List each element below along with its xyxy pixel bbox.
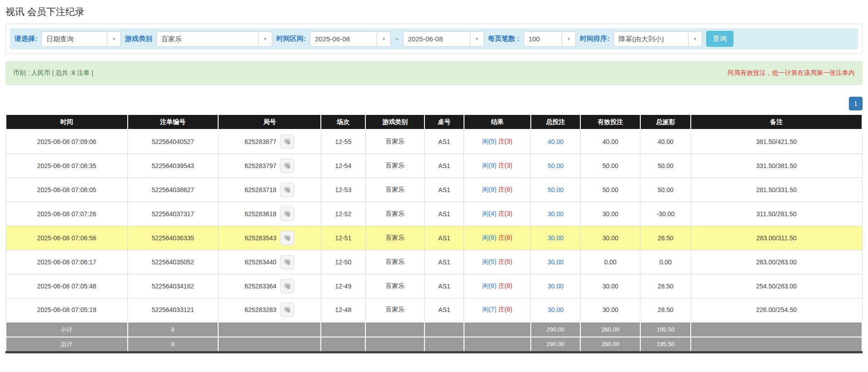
result-player: 闲(6) [482, 234, 496, 241]
cell-session: 12-55 [321, 129, 365, 154]
total-bet-link[interactable]: 30.00 [548, 283, 564, 290]
cell-game-type: 百家乐 [365, 202, 424, 226]
cell-note: 254.50/283.00 [691, 274, 862, 298]
result-banker: 庄(8) [498, 234, 512, 241]
cell-total-bet: 30.00 [531, 250, 580, 274]
result-player: 闲(7) [482, 306, 496, 313]
cell-game-type: 百家乐 [365, 298, 424, 322]
game-type-select[interactable]: 百家乐 ▼ [156, 31, 272, 47]
cell-table-number: AS1 [424, 274, 464, 298]
chevron-down-icon[interactable]: ▼ [562, 32, 575, 46]
round-number: 625283283 [244, 306, 276, 313]
cell-session: 12-51 [321, 226, 365, 250]
video-replay-button[interactable] [280, 183, 294, 197]
cell-total-bet: 50.00 [531, 178, 580, 202]
cell-result: 闲(9) 庄(3) [464, 154, 531, 178]
search-button[interactable]: 查询 [706, 31, 733, 47]
table-row: 2025-06-08 07:06:17 522564035052 6252834… [6, 250, 862, 274]
video-replay-button[interactable] [280, 255, 294, 269]
cell-note: 311.50/281.50 [691, 202, 862, 226]
chevron-down-icon[interactable]: ▼ [107, 32, 120, 46]
result-banker: 庄(6) [498, 186, 512, 193]
column-header: 注单编号 [128, 114, 219, 129]
time-range-label: 时间区间: [276, 35, 306, 43]
cell-round: 625283718 [218, 178, 321, 202]
grand-total-row: 总计 8 290.00 260.00 195.50 [6, 337, 862, 352]
cell-payout: 28.50 [640, 298, 691, 322]
film-video-icon [283, 258, 291, 266]
video-replay-button[interactable] [280, 207, 294, 221]
filter-bar: 请选择: 日期查询 ▼ 游戏类别 百家乐 ▼ 时间区间: 2025-06-08 … [10, 28, 858, 50]
date-range-separator: ~ [395, 35, 399, 43]
cell-time: 2025-06-08 07:08:35 [6, 154, 128, 178]
date-to-select[interactable]: 2025-06-08 ▼ [403, 31, 484, 47]
chevron-down-icon[interactable]: ▼ [258, 32, 272, 46]
column-header: 时间 [6, 114, 128, 129]
page-title: 视讯 会员下注纪录 [5, 5, 868, 18]
date-to-value: 2025-06-08 [404, 32, 470, 46]
video-replay-button[interactable] [280, 134, 294, 149]
result-banker: 庄(3) [498, 138, 512, 145]
select-type-label: 请选择: [15, 35, 37, 43]
video-replay-button[interactable] [280, 159, 294, 173]
result-banker: 庄(5) [498, 258, 512, 265]
date-from-select[interactable]: 2025-06-08 ▼ [310, 31, 391, 47]
cell-payout: 50.00 [640, 178, 691, 202]
cell-round: 625283364 [218, 274, 321, 298]
cell-game-type: 百家乐 [365, 129, 424, 154]
film-video-icon [283, 186, 291, 194]
round-number: 625283877 [244, 138, 276, 145]
result-player: 闲(6) [482, 282, 496, 289]
cell-total-bet: 30.00 [531, 298, 580, 322]
subtotal-total-bet: 290.00 [531, 322, 580, 337]
subtotal-valid-bet: 260.00 [580, 322, 640, 337]
total-bet-link[interactable]: 30.00 [548, 306, 564, 313]
result-player: 闲(9) [482, 162, 496, 169]
cell-table-number: AS1 [424, 226, 464, 250]
cell-game-type: 百家乐 [365, 178, 424, 202]
chevron-down-icon[interactable]: ▼ [688, 32, 702, 46]
total-bet-link[interactable]: 30.00 [548, 234, 564, 242]
column-header: 游戏类别 [365, 114, 424, 129]
cell-note: 283.00/283.00 [691, 250, 862, 274]
cell-game-type: 百家乐 [365, 250, 424, 274]
total-bet-link[interactable]: 50.00 [548, 186, 564, 193]
cell-valid-bet: 50.00 [580, 154, 640, 178]
table-row: 2025-06-08 07:05:19 522564033121 6252832… [6, 298, 862, 322]
cell-round: 625283543 [218, 226, 321, 250]
cell-note: 281.50/331.50 [691, 178, 862, 202]
filter-panel: 请选择: 日期查询 ▼ 游戏类别 百家乐 ▼ 时间区间: 2025-06-08 … [5, 24, 863, 54]
cell-session: 12-49 [321, 274, 365, 298]
total-bet-link[interactable]: 40.00 [548, 138, 564, 145]
cell-bet-id: 522564037317 [128, 202, 219, 226]
video-replay-button[interactable] [280, 231, 294, 245]
sort-order-select[interactable]: 降幂(由大到小) ▼ [614, 31, 702, 47]
date-type-select[interactable]: 日期查询 ▼ [41, 31, 121, 47]
page-button-1[interactable]: 1 [849, 97, 863, 110]
total-bet-link[interactable]: 50.00 [548, 162, 564, 169]
cell-session: 12-50 [321, 250, 365, 274]
subtotal-row: 小计 8 290.00 260.00 195.50 [6, 322, 862, 337]
cell-valid-bet: 0.00 [580, 250, 640, 274]
cell-bet-id: 522564039543 [128, 154, 219, 178]
film-video-icon [283, 306, 291, 314]
sort-order-value: 降幂(由大到小) [614, 32, 688, 46]
result-player: 闲(5) [482, 138, 496, 145]
total-bet-link[interactable]: 30.00 [548, 210, 564, 218]
round-number: 625283618 [244, 210, 276, 218]
cell-payout: 0.00 [640, 250, 691, 274]
summary-bar: 币别 : 人民币 | 总共 :8 注单 | 同局有效投注，统一计算在该局第一张注… [5, 61, 863, 85]
video-replay-button[interactable] [280, 279, 294, 293]
video-replay-button[interactable] [280, 303, 294, 317]
cell-time: 2025-06-08 07:08:05 [6, 178, 128, 202]
cell-table-number: AS1 [424, 154, 464, 178]
cell-round: 625283440 [218, 250, 321, 274]
total-bet-link[interactable]: 30.00 [548, 258, 564, 266]
chevron-down-icon[interactable]: ▼ [377, 32, 390, 46]
result-banker: 庄(3) [498, 162, 512, 169]
chevron-down-icon[interactable]: ▼ [470, 32, 484, 46]
result-banker: 庄(3) [498, 210, 512, 217]
table-row: 2025-06-08 07:08:35 522564039543 6252837… [6, 154, 862, 178]
page-size-select[interactable]: 100 ▼ [524, 31, 576, 47]
total-total-bet: 290.00 [531, 337, 580, 352]
